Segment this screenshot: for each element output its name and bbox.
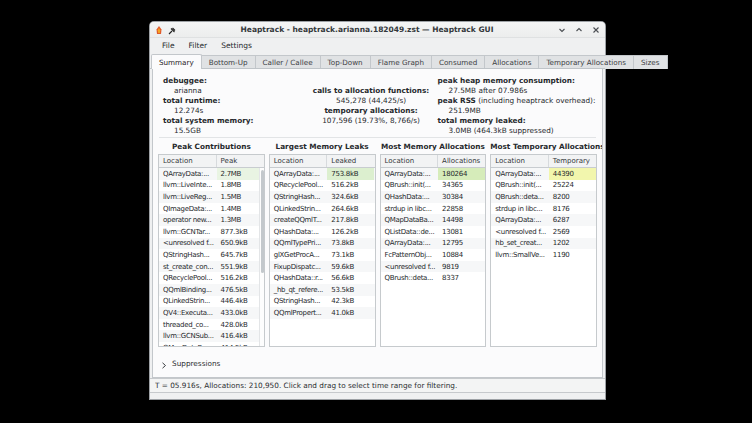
cell-location[interactable]: FixupDispatc... — [270, 261, 328, 273]
table-row[interactable]: threaded_co...428.0kB — [159, 319, 264, 331]
table-row[interactable]: llvm::GCNTar...877.3kB — [159, 226, 264, 238]
scrollbar-thumb[interactable] — [261, 170, 264, 273]
table-row[interactable]: QLinkedStrin...264.6kB — [270, 203, 375, 215]
table-row[interactable]: QBrush::deta...8200 — [491, 191, 596, 203]
table-row[interactable]: llvm::LiveInte...1.8MB — [159, 180, 264, 192]
tab-sizes[interactable]: Sizes — [633, 55, 668, 69]
table-row[interactable]: QLinkedStrin...446.4kB — [159, 296, 264, 308]
tab-top-down[interactable]: Top-Down — [320, 55, 371, 69]
cell-location[interactable]: <unresolved f... — [491, 226, 549, 238]
cell-location[interactable]: QHashData:... — [381, 191, 439, 203]
tab-summary[interactable]: Summary — [151, 54, 202, 69]
cell-location[interactable]: QStringHash... — [270, 191, 328, 203]
titlebar[interactable]: Heaptrack - heaptrack.arianna.182049.zst… — [150, 22, 605, 38]
column-header-location[interactable]: Location — [159, 155, 217, 167]
cell-location[interactable]: QBrush::deta... — [381, 272, 439, 284]
cell-location[interactable]: strdup in libc... — [491, 203, 549, 215]
close-button[interactable] — [592, 26, 600, 34]
tab-consumed[interactable]: Consumed — [431, 55, 485, 69]
table-row[interactable]: QQmlBinding...476.5kB — [159, 284, 264, 296]
cell-location[interactable]: llvm::LiveReg... — [159, 191, 217, 203]
table-row[interactable]: QArrayData:...12795 — [381, 238, 486, 250]
tab-temporary-allocations[interactable]: Temporary Allocations — [538, 55, 634, 69]
cell-location[interactable]: QArrayData:... — [491, 168, 549, 180]
table-row[interactable]: hb_set_creat...1202 — [491, 238, 596, 250]
table-row[interactable]: QStringHash...645.7kB — [159, 249, 264, 261]
table-row[interactable]: QV4::Executa...433.0kB — [159, 307, 264, 319]
table-row[interactable]: <unresolved f...2569 — [491, 226, 596, 238]
table-row[interactable]: QArrayData:...6287 — [491, 214, 596, 226]
cell-location[interactable]: QRecyclePool... — [270, 180, 328, 192]
statusbar[interactable]: T = 05.916s, Allocations: 210,950. Click… — [150, 378, 605, 393]
table-row[interactable]: st_create_con...551.9kB — [159, 261, 264, 273]
table-row[interactable]: QRecyclePool...516.2kB — [270, 180, 375, 192]
pin-icon[interactable] — [168, 20, 176, 39]
table-row[interactable]: QArrayData:...180264 — [381, 168, 486, 180]
table-row[interactable]: QRecyclePool...516.2kB — [159, 272, 264, 284]
table-row[interactable]: <unresolved f...650.9kB — [159, 238, 264, 250]
cell-location[interactable]: hb_set_creat... — [491, 238, 549, 250]
table-row[interactable]: createQQmlT...217.8kB — [270, 214, 375, 226]
cell-location[interactable]: FcPatternObj... — [381, 249, 439, 261]
table-row[interactable]: QQmlTypePri...73.8kB — [270, 238, 375, 250]
cell-location[interactable]: QLinkedStrin... — [159, 296, 217, 308]
column-header-location[interactable]: Location — [491, 155, 549, 167]
table-row[interactable]: operator new...1.3MB — [159, 214, 264, 226]
maximize-button[interactable] — [575, 26, 583, 34]
cell-location[interactable]: QStringHash... — [270, 296, 328, 308]
tab-bottom-up[interactable]: Bottom-Up — [201, 55, 256, 69]
minimize-button[interactable] — [558, 26, 566, 34]
table-row[interactable]: QQmlPropert...41.0kB — [270, 307, 375, 319]
table-row[interactable]: QMapDataBa...14498 — [381, 214, 486, 226]
table-row[interactable]: strdup in libc...22858 — [381, 203, 486, 215]
cell-location[interactable]: st_create_con... — [159, 261, 217, 273]
table-row[interactable]: QBrush::init(...34365 — [381, 180, 486, 192]
cell-location[interactable]: QRecyclePool... — [159, 272, 217, 284]
cell-location[interactable]: llvm::SmallVe... — [491, 249, 549, 261]
table-row[interactable]: QArrayData:...753.8kB — [270, 168, 375, 180]
table-row[interactable]: QArrayData:...2.7MB — [159, 168, 264, 180]
cell-location[interactable]: threaded_co... — [159, 319, 217, 331]
table-row[interactable]: QBrush::deta...8337 — [381, 272, 486, 284]
table-row[interactable]: QListData::de...13081 — [381, 226, 486, 238]
cell-location[interactable]: QV4::Executa... — [159, 307, 217, 319]
cell-location[interactable]: QBrush::init(... — [491, 180, 549, 192]
table-row[interactable]: QBrush::init(...25224 — [491, 180, 596, 192]
column-header-allocations[interactable]: Allocations — [438, 155, 485, 167]
cell-location[interactable]: strdup in libc... — [381, 203, 439, 215]
table-row[interactable]: llvm::SmallVe...1190 — [491, 249, 596, 261]
table-row[interactable]: FixupDispatc...59.6kB — [270, 261, 375, 273]
table-row[interactable]: _hb_qt_refere...53.5kB — [270, 284, 375, 296]
cell-location[interactable]: QHashData:... — [270, 226, 328, 238]
menu-item-file[interactable]: File — [156, 40, 181, 51]
table-row[interactable]: glXGetProcA...73.1kB — [270, 249, 375, 261]
cell-location[interactable]: QArrayData:... — [270, 168, 328, 180]
cell-location[interactable]: operator new... — [159, 214, 217, 226]
cell-location[interactable]: llvm::GCNTar... — [159, 226, 217, 238]
column-header-location[interactable]: Location — [270, 155, 328, 167]
column-header-location[interactable]: Location — [381, 155, 439, 167]
cell-location[interactable]: QQmlTypePri... — [270, 238, 328, 250]
cell-location[interactable]: QArrayData:... — [381, 168, 439, 180]
cell-location[interactable]: QBrush::deta... — [491, 191, 549, 203]
cell-location[interactable]: <unresolved f... — [381, 261, 439, 273]
column-header-peak[interactable]: Peak — [217, 155, 264, 167]
table-row[interactable]: QHashData:...30384 — [381, 191, 486, 203]
cell-location[interactable]: QImageData:... — [159, 203, 217, 215]
table-row[interactable]: <unresolved f...9819 — [381, 261, 486, 273]
cell-location[interactable]: QArrayData:... — [381, 238, 439, 250]
suppressions-expander[interactable]: Suppressions — [153, 351, 602, 377]
cell-location[interactable]: QStringHash... — [159, 249, 217, 261]
cell-location[interactable]: QListData::de... — [381, 226, 439, 238]
cell-location[interactable]: QQmlBinding... — [159, 284, 217, 296]
cell-location[interactable]: QQmlPropert... — [270, 307, 328, 319]
table-row[interactable]: llvm::LiveReg...1.5MB — [159, 191, 264, 203]
table-row[interactable]: QArrayData:...44390 — [491, 168, 596, 180]
cell-location[interactable]: glXGetProcA... — [270, 249, 328, 261]
cell-location[interactable]: QBrush::init(... — [381, 180, 439, 192]
cell-location[interactable]: QMapDataBa... — [159, 342, 217, 347]
cell-location[interactable]: llvm::LiveInte... — [159, 180, 217, 192]
table-row[interactable]: FcPatternObj...10884 — [381, 249, 486, 261]
cell-location[interactable]: QMapDataBa... — [381, 214, 439, 226]
cell-location[interactable]: createQQmlT... — [270, 214, 328, 226]
